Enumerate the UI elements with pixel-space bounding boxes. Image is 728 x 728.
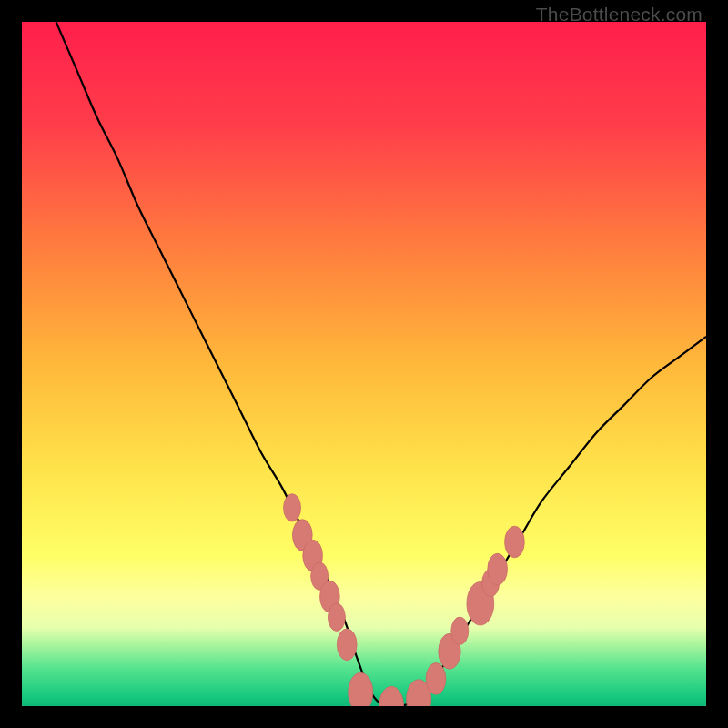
curve-marker [284, 494, 301, 521]
curve-marker [505, 526, 525, 558]
curve-marker [488, 553, 508, 585]
curve-marker [451, 617, 469, 644]
curve-marker [337, 629, 357, 661]
watermark-label: TheBottleneck.com [536, 4, 703, 25]
chart-canvas [22, 22, 706, 706]
curve-marker [328, 603, 345, 631]
curve-marker [349, 672, 373, 706]
curve-marker [426, 663, 446, 695]
chart-frame [22, 22, 706, 706]
chart-background [22, 22, 706, 706]
